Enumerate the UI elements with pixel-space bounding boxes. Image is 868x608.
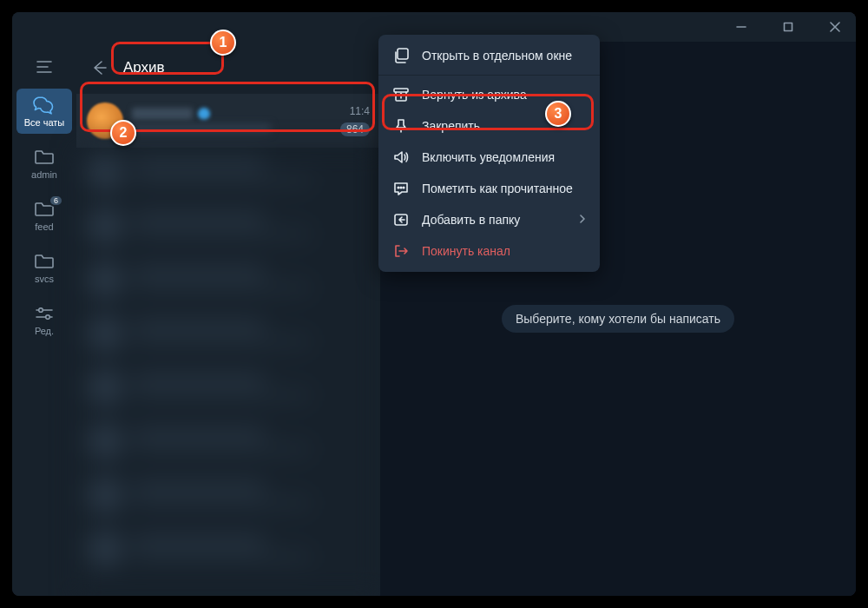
- svg-point-5: [398, 187, 399, 188]
- new-window-icon: [392, 47, 410, 64]
- chat-meta: 11:4 864: [340, 105, 370, 136]
- chats-icon: [33, 96, 56, 115]
- sidebar-item-all-chats[interactable]: Все чаты: [16, 89, 72, 134]
- chat-preview-blurred: [132, 123, 271, 134]
- pin-icon: [392, 117, 410, 135]
- menu-label: Включить уведомления: [422, 150, 555, 164]
- svg-rect-0: [785, 23, 792, 31]
- menu-label: Открыть в отдельном окне: [422, 49, 572, 63]
- archive-title: Архив: [123, 59, 165, 76]
- blurred-chat-list: [76, 148, 380, 596]
- context-menu: Открыть в отдельном окне Вернуть из архи…: [378, 35, 600, 272]
- svg-rect-3: [398, 49, 408, 59]
- chevron-right-icon: [579, 213, 586, 227]
- add-folder-icon: [392, 211, 410, 228]
- sidebar-item-label: Ред.: [35, 326, 54, 336]
- sidebar-item-edit[interactable]: Ред.: [16, 297, 72, 342]
- folder-icon: [33, 252, 56, 271]
- sidebar-item-feed[interactable]: 6 feed: [16, 193, 72, 238]
- sidebar-item-admin[interactable]: admin: [16, 141, 72, 186]
- sliders-icon: [33, 304, 56, 323]
- chat-list-column: Архив 11:4 864: [76, 42, 380, 596]
- menu-add-folder[interactable]: Добавить в папку: [378, 204, 600, 235]
- folder-icon: [33, 148, 56, 167]
- verified-icon: [198, 108, 210, 120]
- menu-open-new-window[interactable]: Открыть в отдельном окне: [378, 40, 600, 71]
- chat-bubble-icon: [392, 180, 410, 197]
- folder-badge: 6: [49, 195, 63, 207]
- window-close-button[interactable]: [819, 14, 851, 40]
- back-button[interactable]: [85, 54, 113, 82]
- menu-pin[interactable]: Закрепить: [378, 110, 600, 142]
- speaker-icon: [392, 149, 410, 166]
- chat-item[interactable]: 11:4 864: [76, 94, 380, 148]
- unarchive-icon: [392, 86, 410, 103]
- sidebar: Все чаты admin 6 feed svcs: [12, 42, 76, 596]
- svg-point-6: [400, 187, 402, 188]
- leave-icon: [392, 242, 410, 260]
- menu-label: Вернуть из архива: [422, 88, 527, 102]
- chat-name-blurred: [132, 108, 193, 120]
- menu-notifications[interactable]: Включить уведомления: [378, 142, 600, 173]
- unread-badge: 864: [340, 122, 370, 136]
- menu-unarchive[interactable]: Вернуть из архива: [378, 79, 600, 110]
- menu-label: Закрепить: [422, 119, 480, 133]
- sidebar-item-label: svcs: [35, 274, 54, 284]
- svg-point-1: [39, 307, 43, 312]
- menu-mark-read[interactable]: Пометить как прочитанное: [378, 173, 600, 204]
- menu-label: Добавить в папку: [422, 213, 520, 227]
- avatar: [87, 102, 123, 139]
- chat-text: [132, 108, 332, 134]
- sidebar-item-label: admin: [31, 169, 57, 180]
- menu-leave-channel[interactable]: Покинуть канал: [378, 235, 600, 267]
- window-maximize-button[interactable]: [773, 14, 804, 40]
- svg-point-2: [46, 314, 50, 319]
- window-minimize-button[interactable]: [726, 14, 757, 40]
- sidebar-item-label: feed: [35, 221, 53, 232]
- svg-point-7: [403, 187, 404, 188]
- menu-label: Покинуть канал: [422, 244, 510, 258]
- menu-separator: [378, 75, 600, 76]
- chat-time: 11:4: [350, 105, 370, 117]
- archive-header: Архив: [76, 42, 380, 94]
- sidebar-item-svcs[interactable]: svcs: [16, 245, 72, 290]
- hamburger-menu-button[interactable]: [26, 52, 62, 82]
- menu-label: Пометить как прочитанное: [422, 182, 573, 195]
- empty-placeholder: Выберите, кому хотели бы написать: [502, 305, 734, 333]
- sidebar-item-label: Все чаты: [24, 117, 65, 128]
